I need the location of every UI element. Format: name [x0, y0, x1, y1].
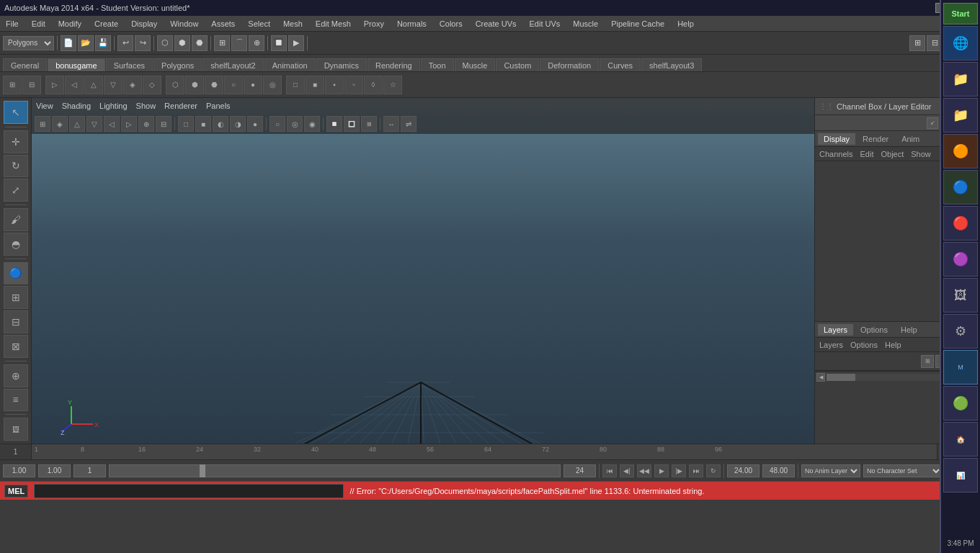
menu-proxy[interactable]: Proxy: [361, 18, 387, 30]
render-view-btn[interactable]: 🖼: [4, 418, 28, 441]
mel-input[interactable]: [34, 484, 344, 498]
step-back-btn[interactable]: ◀|: [620, 464, 634, 477]
viewport-menu-panels[interactable]: Panels: [206, 102, 231, 110]
layer-menu-help[interactable]: Help: [885, 341, 901, 349]
vt-btn-10[interactable]: ■: [195, 116, 211, 132]
cb-toolbar-btn-1[interactable]: ↙: [927, 117, 938, 129]
vt-btn-20[interactable]: ↔: [383, 116, 399, 132]
snap-together-btn[interactable]: ⊕: [4, 364, 28, 387]
taskbar-folder2[interactable]: 📁: [943, 98, 978, 132]
shelf-tab-bonusgame[interactable]: bonusgame: [48, 58, 105, 71]
taskbar-folder1[interactable]: 📁: [943, 62, 978, 96]
vt-btn-13[interactable]: ●: [247, 116, 263, 132]
shelf-icon-12[interactable]: ○: [224, 76, 243, 94]
move-tool-btn[interactable]: ✛: [4, 130, 28, 153]
shelf-icon-5[interactable]: △: [84, 76, 103, 94]
viewport-menu-lighting[interactable]: Lighting: [99, 102, 128, 110]
taskbar-ie[interactable]: 🌐: [943, 26, 978, 60]
shelf-tab-deformation[interactable]: Deformation: [540, 58, 599, 71]
vt-btn-1[interactable]: ⊞: [35, 116, 50, 132]
cb-tab-render[interactable]: Render: [857, 133, 894, 145]
viewport-menu-view[interactable]: View: [36, 102, 53, 110]
scale-tool-btn[interactable]: ⤢: [4, 179, 28, 202]
vt-btn-6[interactable]: ▷: [121, 116, 137, 132]
range-slider[interactable]: [109, 464, 561, 477]
ipr-btn[interactable]: ▶: [288, 35, 304, 51]
taskbar-item6[interactable]: ⚙: [943, 314, 978, 349]
taskbar-item4[interactable]: 🟣: [943, 242, 978, 276]
shelf-icon-1[interactable]: ⊞: [3, 76, 22, 94]
shelf-tab-shelfLayout3[interactable]: shelfLayout3: [641, 58, 702, 71]
vt-btn-11[interactable]: ◐: [213, 116, 228, 132]
shelf-icon-14[interactable]: ◎: [263, 76, 282, 94]
shelf-icon-20[interactable]: ☆: [383, 76, 402, 94]
vt-btn-14[interactable]: ○: [270, 116, 285, 132]
fps-field[interactable]: 48.00: [762, 464, 795, 477]
go-end-btn[interactable]: ⏭: [689, 464, 703, 477]
shelf-tab-custom[interactable]: Custom: [496, 58, 539, 71]
shelf-icon-19[interactable]: ◊: [364, 76, 383, 94]
step-forward-btn[interactable]: |▶: [672, 464, 686, 477]
vt-btn-19[interactable]: ⊠: [361, 116, 377, 132]
range-end-field[interactable]: 24: [564, 464, 596, 477]
viewport-menu-show[interactable]: Show: [136, 102, 156, 110]
menu-window[interactable]: Window: [167, 18, 201, 30]
menu-editmesh[interactable]: Edit Mesh: [313, 18, 354, 30]
save-file-btn[interactable]: 💾: [95, 35, 111, 51]
layer-menu-options[interactable]: Options: [850, 341, 878, 349]
shelf-tab-polygons[interactable]: Polygons: [153, 58, 202, 71]
shelf-tab-animation[interactable]: Animation: [264, 58, 316, 71]
redo-btn[interactable]: ↪: [135, 35, 151, 51]
scroll-left-btn[interactable]: ◀: [816, 373, 825, 382]
align-btn[interactable]: ≡: [4, 389, 28, 412]
cb-menu-object[interactable]: Object: [881, 150, 904, 158]
lattice-btn[interactable]: ⊟: [4, 310, 28, 333]
play-btn[interactable]: ▶: [654, 464, 669, 477]
paint-btn[interactable]: ⬣: [192, 35, 208, 51]
shelf-icon-15[interactable]: □: [286, 76, 305, 94]
vt-btn-16[interactable]: ◉: [304, 116, 320, 132]
layer-btn-1[interactable]: ⊞: [921, 355, 934, 368]
char-set-dropdown[interactable]: No Character Set: [863, 464, 943, 477]
shelf-tab-surfaces[interactable]: Surfaces: [106, 58, 153, 71]
right-toolbar-btn1[interactable]: ⊞: [909, 35, 925, 51]
shelf-tab-general[interactable]: General: [3, 58, 47, 71]
menu-edit[interactable]: Edit: [29, 18, 48, 30]
menu-assets[interactable]: Assets: [208, 18, 238, 30]
snap-curve-btn[interactable]: ⌒: [231, 35, 247, 51]
viewport-menu-renderer[interactable]: Renderer: [164, 102, 197, 110]
vt-btn-17[interactable]: 🔲: [326, 116, 342, 132]
menu-create[interactable]: Create: [92, 18, 121, 30]
vt-btn-5[interactable]: ◁: [104, 116, 120, 132]
taskbar-chrome[interactable]: 🔵: [943, 170, 978, 204]
start-button[interactable]: Start: [943, 3, 978, 24]
open-file-btn[interactable]: 📂: [78, 35, 94, 51]
timeline-ruler[interactable]: 1 8 16 24 32 40 48 56 64 72 80 88 96: [32, 444, 937, 459]
taskbar-item10[interactable]: 📊: [943, 458, 978, 493]
lasso-btn[interactable]: ⬢: [174, 35, 190, 51]
shelf-tab-rendering[interactable]: Rendering: [368, 58, 420, 71]
vt-btn-9[interactable]: □: [178, 116, 194, 132]
rotate-tool-btn[interactable]: ↻: [4, 155, 28, 178]
cb-tab-display[interactable]: Display: [818, 133, 855, 145]
shelf-icon-10[interactable]: ⬢: [185, 76, 204, 94]
layer-menu-layers[interactable]: Layers: [819, 341, 843, 349]
viewport-menu-shading[interactable]: Shading: [62, 102, 91, 110]
menu-edituvs[interactable]: Edit UVs: [527, 18, 564, 30]
shelf-icon-18[interactable]: ▫: [344, 76, 363, 94]
taskbar-item5[interactable]: 🖼: [943, 278, 978, 313]
render-btn[interactable]: 🔲: [271, 35, 287, 51]
menu-display[interactable]: Display: [128, 18, 160, 30]
shelf-icon-6[interactable]: ▽: [104, 76, 122, 94]
component-btn[interactable]: ⊞: [4, 286, 28, 309]
layer-tab-help[interactable]: Help: [895, 324, 923, 336]
menu-muscle[interactable]: Muscle: [570, 18, 601, 30]
snap-point-btn[interactable]: ⊕: [249, 35, 264, 51]
end-frame-field[interactable]: 1.00: [38, 464, 71, 477]
menu-help[interactable]: Help: [674, 18, 697, 30]
menu-pipelinecache[interactable]: Pipeline Cache: [608, 18, 667, 30]
mode-dropdown[interactable]: Polygons Surfaces Animation: [3, 36, 54, 50]
vt-btn-21[interactable]: ⇌: [401, 116, 416, 132]
menu-normals[interactable]: Normals: [394, 18, 429, 30]
vt-btn-4[interactable]: ▽: [86, 116, 102, 132]
